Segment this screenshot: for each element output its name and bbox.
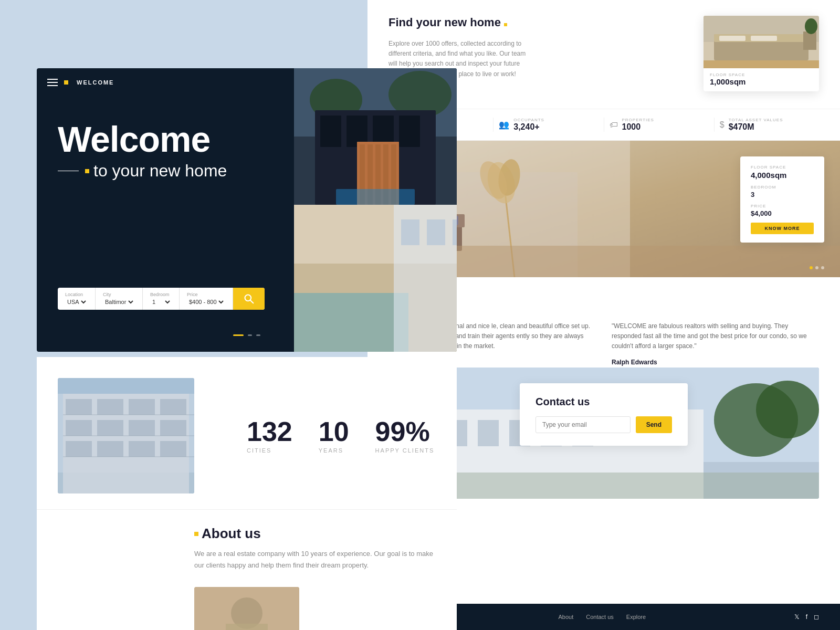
asset-label: TOTAL ASSET VALUES (729, 118, 783, 122)
svg-rect-32 (803, 32, 816, 50)
find-home-title-dot (504, 23, 507, 26)
hero-subtitle-text: to your new home (93, 161, 227, 181)
stats-numbers-row: 132 CITIES 10 YEARS 99% HAPPY CLIENTS (37, 357, 457, 510)
location-select[interactable]: USA (65, 298, 88, 306)
svg-rect-68 (129, 420, 155, 436)
twitter-icon[interactable]: 𝕏 (794, 613, 800, 621)
svg-rect-73 (160, 441, 186, 457)
svg-rect-71 (97, 441, 123, 457)
prop-price-label: PRICE (751, 204, 814, 208)
years-number: 10 (319, 418, 349, 445)
svg-rect-80 (226, 624, 268, 630)
prop-bedroom-label: BEDROOM (751, 185, 814, 190)
floor-space-num: 1,000sqm (710, 77, 746, 86)
svg-rect-69 (160, 420, 186, 436)
bedroom-select[interactable]: 123 (150, 298, 172, 306)
prop-dot-3[interactable] (821, 266, 824, 269)
hero-subtitle: to your new home (58, 161, 227, 181)
hero-carousel-dots (233, 334, 260, 336)
footer-nav-explore[interactable]: Explore (626, 614, 646, 620)
search-button[interactable] (233, 288, 265, 310)
logo-dot (64, 80, 68, 85)
page-wrapper: WELCOME Welcome to your new home Locatio… (0, 0, 840, 630)
contact-title: Contact us (536, 396, 672, 408)
svg-rect-7 (320, 116, 341, 147)
search-icon (244, 293, 254, 304)
hero-title: Welcome (58, 121, 227, 158)
contact-form: Send (536, 416, 672, 433)
svg-rect-67 (97, 420, 123, 436)
happy-clients-number: 99% (375, 418, 435, 445)
dot-1[interactable] (233, 334, 244, 336)
price-select[interactable]: $400 - 800 (187, 298, 225, 306)
hero-image-bottom (294, 205, 457, 352)
bedroom-label: Bedroom (150, 292, 172, 297)
prop-bedroom-value: 3 (751, 191, 814, 198)
tag-icon: 🏷 (610, 120, 618, 130)
stat-asset-values: $ TOTAL ASSET VALUES $470M (715, 118, 824, 132)
facebook-icon[interactable]: f (806, 613, 807, 621)
prop-floor-label: FLOOR SPACE (751, 165, 814, 170)
asset-value: $470M (729, 122, 754, 131)
contact-send-button[interactable]: Send (636, 416, 672, 433)
find-home-title: Find your new home (388, 16, 501, 29)
contact-card: Contact us Send (520, 383, 688, 446)
prop-dot-1[interactable] (810, 266, 813, 269)
hero-nav: WELCOME (47, 79, 114, 86)
prop-price-value: $4,000 (751, 209, 814, 217)
city-select[interactable]: Baltimor (103, 298, 135, 306)
svg-rect-34 (704, 60, 819, 68)
happy-clients-label: HAPPY CLIENTS (375, 447, 435, 454)
bed-image (704, 16, 819, 68)
footer-nav-contact[interactable]: Contact us (586, 614, 614, 620)
know-more-button[interactable]: KNOW MORE (751, 223, 814, 234)
lower-left-panel: 132 CITIES 10 YEARS 99% HAPPY CLIENTS Ab… (37, 357, 457, 630)
svg-rect-70 (66, 441, 92, 457)
cities-label: CITIES (247, 447, 292, 454)
bedroom-field: Bedroom 123 (143, 288, 180, 310)
svg-line-1 (250, 300, 253, 303)
hero-content: Welcome to your new home (58, 121, 227, 181)
hero-images (294, 68, 457, 352)
footer-nav: About Contact us Explore (559, 614, 646, 620)
svg-rect-72 (129, 441, 155, 457)
city-label: City (103, 292, 135, 297)
about-image (58, 378, 194, 494)
svg-rect-25 (453, 219, 457, 245)
dot-2[interactable] (248, 334, 252, 336)
about-section: About us We are a real estate company wi… (37, 510, 457, 587)
properties-label: PROPERTIES (622, 118, 654, 122)
property-overlay: FLOOR SPACE 4,000sqm BEDROOM 3 PRICE $4,… (740, 156, 824, 243)
svg-rect-52 (478, 420, 499, 446)
location-field: Location USA (58, 288, 96, 310)
location-label: Location (65, 292, 88, 297)
hero-panel: WELCOME Welcome to your new home Locatio… (37, 68, 457, 352)
hamburger-menu[interactable] (47, 79, 58, 86)
contact-email-input[interactable] (536, 416, 631, 433)
floor-space-label: FLOOR SPACE (710, 72, 813, 77)
subtitle-dot (85, 169, 89, 173)
hero-logo: WELCOME (77, 79, 114, 86)
stats-numbers-group: 132 CITIES 10 YEARS 99% HAPPY CLIENTS (226, 378, 434, 494)
occupants-label: OCCUPANTS (513, 118, 544, 122)
dot-3[interactable] (256, 334, 260, 336)
property-dots (810, 266, 824, 269)
svg-point-33 (805, 18, 817, 34)
prop-dot-2[interactable] (815, 266, 818, 269)
city-field: City Baltimor (96, 288, 143, 310)
svg-rect-62 (66, 399, 92, 415)
price-field: Price $400 - 800 (180, 288, 233, 310)
search-bar: Location USA City Baltimor Bedroom 123 P… (58, 288, 265, 310)
instagram-icon[interactable]: ◻ (814, 613, 819, 621)
footer-nav-about[interactable]: About (559, 614, 574, 620)
stat-occupants: 👥 OCCUPANTS 3,240+ (494, 118, 604, 132)
years-label: YEARS (319, 447, 349, 454)
floor-space-value: 1,000sqm (710, 77, 813, 86)
svg-rect-24 (427, 219, 445, 245)
about-heading: About us (202, 526, 261, 542)
svg-rect-21 (294, 293, 408, 352)
occupants-value: 3,240+ (513, 122, 539, 131)
svg-rect-64 (129, 399, 155, 415)
about-heading-dot (194, 532, 198, 536)
stat-years: 10 YEARS (319, 418, 349, 454)
